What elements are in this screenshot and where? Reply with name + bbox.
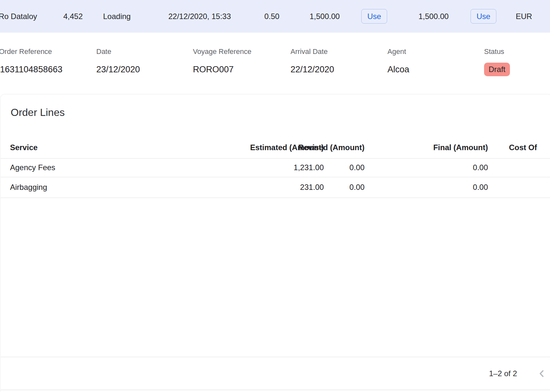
status-badge: Draft — [484, 63, 510, 76]
col-header-cost-of: Cost Of — [509, 137, 537, 158]
use-revised-button[interactable]: Use — [471, 9, 496, 24]
cell-service: Agency Fees — [10, 158, 55, 177]
activity-label: Loading — [103, 0, 131, 33]
order-lines-header-row: Service Estimated (Amount) Revised (Amou… — [1, 137, 550, 158]
field-label: Status — [484, 47, 504, 56]
order-lines-title: Order Lines — [11, 106, 65, 119]
vessel-name: Ro Dataloy — [0, 0, 37, 33]
bottom-divider — [1, 390, 550, 390]
revised-amount: 1,500.00 — [418, 0, 449, 33]
field-value: 22/12/2020 — [291, 65, 334, 75]
voyage-number: 4,452 — [63, 0, 83, 33]
highlighted-table-row[interactable]: Ro Dataloy 4,452 Loading 22/12/2020, 15:… — [0, 0, 550, 33]
row-datetime: 22/12/2020, 15:33 — [168, 0, 231, 33]
field-label: Order Reference — [0, 47, 52, 56]
use-estimated-button[interactable]: Use — [361, 9, 387, 24]
order-detail-page: Ro Dataloy 4,452 Loading 22/12/2020, 15:… — [0, 0, 550, 392]
cell-revised: 0.00 — [227, 158, 365, 177]
field-label: Voyage Reference — [193, 47, 251, 56]
field-value: 23/12/2020 — [96, 65, 140, 75]
currency-code: EUR — [516, 0, 532, 33]
field-label: Date — [96, 47, 111, 56]
table-pagination: 1–2 of 2 — [1, 357, 550, 390]
field-label: Agent — [387, 47, 406, 56]
col-header-final: Final (Amount) — [365, 137, 488, 158]
field-value: 1631104858663 — [0, 65, 62, 75]
cell-final: 0.00 — [365, 177, 488, 198]
cell-service: Airbagging — [10, 177, 47, 198]
field-value: Alcoa — [387, 65, 409, 75]
table-row[interactable]: Agency Fees 1,231.00 0.00 0.00 — [1, 158, 550, 177]
field-label: Arrival Date — [291, 47, 328, 56]
table-row[interactable]: Airbagging 231.00 0.00 0.00 — [1, 177, 550, 198]
order-details-section: Order Reference 1631104858663 Date 23/12… — [0, 33, 550, 95]
chevron-left-icon — [536, 376, 547, 380]
col-header-revised: Revised (Amount) — [227, 137, 365, 158]
field-value: RORO007 — [193, 65, 234, 75]
order-lines-card: Order Lines Service Estimated (Amount) R… — [1, 95, 550, 392]
factor-value: 0.50 — [264, 0, 280, 33]
cell-revised: 0.00 — [227, 177, 365, 198]
row-divider — [1, 198, 550, 198]
estimated-amount: 1,500.00 — [310, 0, 340, 33]
cell-final: 0.00 — [365, 158, 488, 177]
col-header-service: Service — [10, 137, 37, 158]
pagination-range: 1–2 of 2 — [489, 357, 517, 390]
pagination-prev-button[interactable] — [536, 368, 547, 379]
